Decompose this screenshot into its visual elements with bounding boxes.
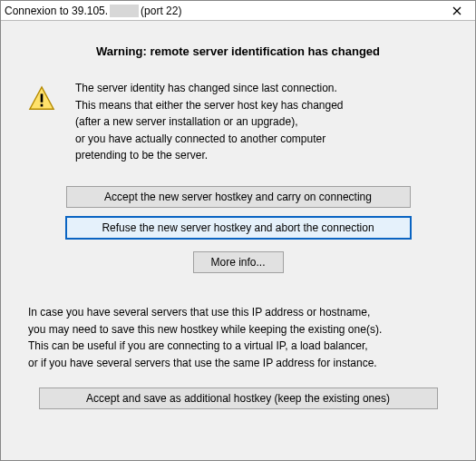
dialog-window: Connexion to 39.105. (port 22) Warning: … — [0, 0, 476, 461]
dialog-content: Warning: remote server identification ha… — [1, 21, 475, 460]
msg-line-3: (after a new server installation or an u… — [75, 115, 297, 128]
msg-line-5: pretending to be the server. — [75, 149, 208, 162]
warning-icon — [28, 85, 55, 113]
more-info-button[interactable]: More info... — [193, 251, 284, 273]
msg-line-4: or you have actually connected to anothe… — [75, 132, 325, 145]
note-line-1: In case you have several servers that us… — [28, 306, 370, 319]
accept-button[interactable]: Accept the new server hostkey and carry … — [66, 186, 411, 208]
warning-heading: Warning: remote server identification ha… — [28, 44, 448, 58]
note-line-4: or if you have several servers that use … — [28, 357, 377, 369]
svg-rect-3 — [41, 93, 44, 102]
close-button[interactable] — [439, 1, 475, 20]
note-line-2: you may need to save this new hostkey wh… — [28, 323, 382, 336]
save-additional-button[interactable]: Accept and save as additional hostkey (k… — [39, 387, 438, 409]
refuse-button[interactable]: Refuse the new server hostkey and abort … — [66, 217, 411, 239]
title-ip-redacted — [110, 5, 139, 17]
svg-rect-4 — [41, 104, 44, 107]
title-suffix: (port 22) — [141, 5, 181, 17]
message-row: The server identity has changed since la… — [28, 80, 448, 164]
title-prefix: Connexion to 39.105. — [5, 5, 108, 17]
msg-line-1: The server identity has changed since la… — [75, 82, 337, 94]
note-text: In case you have several servers that us… — [28, 304, 448, 371]
msg-line-2: This means that either the server host k… — [75, 99, 344, 112]
note-line-3: This can be useful if you are connecting… — [28, 339, 368, 352]
message-text: The server identity has changed since la… — [75, 80, 344, 164]
close-icon — [452, 6, 461, 15]
titlebar: Connexion to 39.105. (port 22) — [1, 1, 475, 21]
